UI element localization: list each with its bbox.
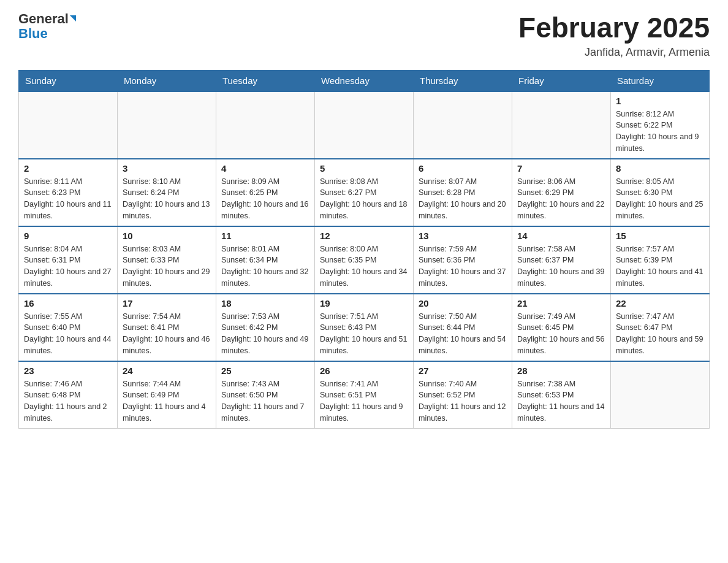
day-info: Sunrise: 7:49 AM Sunset: 6:45 PM Dayligh…: [517, 311, 605, 357]
weekday-header-tuesday: Tuesday: [216, 70, 315, 91]
day-number: 7: [517, 163, 605, 174]
day-info: Sunrise: 8:07 AM Sunset: 6:28 PM Dayligh…: [419, 176, 507, 222]
calendar-cell: [414, 91, 512, 159]
weekday-header-sunday: Sunday: [19, 70, 118, 91]
day-number: 1: [616, 96, 704, 106]
week-row-4: 16Sunrise: 7:55 AM Sunset: 6:40 PM Dayli…: [19, 294, 710, 361]
weekday-header-row: SundayMondayTuesdayWednesdayThursdayFrid…: [19, 70, 710, 91]
day-info: Sunrise: 7:58 AM Sunset: 6:37 PM Dayligh…: [517, 243, 605, 289]
calendar-cell: 17Sunrise: 7:54 AM Sunset: 6:41 PM Dayli…: [118, 294, 216, 361]
calendar-cell: 10Sunrise: 8:03 AM Sunset: 6:33 PM Dayli…: [118, 226, 216, 294]
day-number: 16: [24, 298, 112, 308]
day-info: Sunrise: 8:12 AM Sunset: 6:22 PM Dayligh…: [616, 109, 704, 155]
day-number: 4: [221, 163, 309, 174]
calendar-cell: 11Sunrise: 8:01 AM Sunset: 6:34 PM Dayli…: [216, 226, 315, 294]
day-info: Sunrise: 7:43 AM Sunset: 6:50 PM Dayligh…: [221, 378, 309, 424]
day-number: 28: [517, 366, 605, 376]
calendar-cell: 16Sunrise: 7:55 AM Sunset: 6:40 PM Dayli…: [19, 294, 118, 361]
calendar-cell: 12Sunrise: 8:00 AM Sunset: 6:35 PM Dayli…: [315, 226, 414, 294]
day-info: Sunrise: 8:01 AM Sunset: 6:34 PM Dayligh…: [221, 243, 309, 289]
day-number: 15: [616, 231, 704, 241]
day-info: Sunrise: 7:46 AM Sunset: 6:48 PM Dayligh…: [24, 378, 112, 424]
calendar-cell: 14Sunrise: 7:58 AM Sunset: 6:37 PM Dayli…: [512, 226, 611, 294]
day-number: 23: [24, 366, 112, 376]
calendar-cell: [611, 361, 710, 429]
logo-arrow-icon: [70, 15, 76, 21]
weekday-header-saturday: Saturday: [611, 70, 710, 91]
day-number: 17: [123, 298, 211, 308]
calendar-cell: 9Sunrise: 8:04 AM Sunset: 6:31 PM Daylig…: [19, 226, 118, 294]
calendar-cell: 26Sunrise: 7:41 AM Sunset: 6:51 PM Dayli…: [315, 361, 414, 429]
day-number: 6: [419, 163, 507, 174]
logo: General Blue: [18, 12, 76, 40]
week-row-5: 23Sunrise: 7:46 AM Sunset: 6:48 PM Dayli…: [19, 361, 710, 429]
calendar-cell: 15Sunrise: 7:57 AM Sunset: 6:39 PM Dayli…: [611, 226, 710, 294]
day-number: 10: [123, 231, 211, 241]
day-info: Sunrise: 8:09 AM Sunset: 6:25 PM Dayligh…: [221, 176, 309, 222]
calendar-cell: 23Sunrise: 7:46 AM Sunset: 6:48 PM Dayli…: [19, 361, 118, 429]
day-number: 5: [320, 163, 408, 174]
calendar-cell: 4Sunrise: 8:09 AM Sunset: 6:25 PM Daylig…: [216, 159, 315, 226]
calendar-cell: 8Sunrise: 8:05 AM Sunset: 6:30 PM Daylig…: [611, 159, 710, 226]
day-number: 9: [24, 231, 112, 241]
day-info: Sunrise: 7:47 AM Sunset: 6:47 PM Dayligh…: [616, 311, 704, 357]
day-info: Sunrise: 7:44 AM Sunset: 6:49 PM Dayligh…: [123, 378, 211, 424]
day-info: Sunrise: 7:53 AM Sunset: 6:42 PM Dayligh…: [221, 311, 309, 357]
title-area: February 2025 Janfida, Armavir, Armenia: [518, 12, 710, 59]
calendar-cell: 27Sunrise: 7:40 AM Sunset: 6:52 PM Dayli…: [414, 361, 512, 429]
day-info: Sunrise: 8:00 AM Sunset: 6:35 PM Dayligh…: [320, 243, 408, 289]
weekday-header-thursday: Thursday: [414, 70, 512, 91]
week-row-3: 9Sunrise: 8:04 AM Sunset: 6:31 PM Daylig…: [19, 226, 710, 294]
day-info: Sunrise: 7:50 AM Sunset: 6:44 PM Dayligh…: [419, 311, 507, 357]
day-info: Sunrise: 7:51 AM Sunset: 6:43 PM Dayligh…: [320, 311, 408, 357]
day-number: 2: [24, 163, 112, 174]
calendar-cell: 21Sunrise: 7:49 AM Sunset: 6:45 PM Dayli…: [512, 294, 611, 361]
weekday-header-friday: Friday: [512, 70, 611, 91]
calendar-cell: 25Sunrise: 7:43 AM Sunset: 6:50 PM Dayli…: [216, 361, 315, 429]
day-number: 24: [123, 366, 211, 376]
week-row-2: 2Sunrise: 8:11 AM Sunset: 6:23 PM Daylig…: [19, 159, 710, 226]
calendar-title: February 2025: [518, 12, 710, 44]
day-info: Sunrise: 7:55 AM Sunset: 6:40 PM Dayligh…: [24, 311, 112, 357]
day-info: Sunrise: 8:04 AM Sunset: 6:31 PM Dayligh…: [24, 243, 112, 289]
day-info: Sunrise: 7:57 AM Sunset: 6:39 PM Dayligh…: [616, 243, 704, 289]
calendar-cell: [216, 91, 315, 159]
day-number: 18: [221, 298, 309, 308]
calendar-table: SundayMondayTuesdayWednesdayThursdayFrid…: [18, 70, 710, 429]
calendar-cell: 1Sunrise: 8:12 AM Sunset: 6:22 PM Daylig…: [611, 91, 710, 159]
day-number: 8: [616, 163, 704, 174]
calendar-cell: 2Sunrise: 8:11 AM Sunset: 6:23 PM Daylig…: [19, 159, 118, 226]
day-number: 25: [221, 366, 309, 376]
calendar-cell: 19Sunrise: 7:51 AM Sunset: 6:43 PM Dayli…: [315, 294, 414, 361]
day-number: 13: [419, 231, 507, 241]
weekday-header-wednesday: Wednesday: [315, 70, 414, 91]
day-info: Sunrise: 8:05 AM Sunset: 6:30 PM Dayligh…: [616, 176, 704, 222]
day-number: 21: [517, 298, 605, 308]
day-number: 26: [320, 366, 408, 376]
day-info: Sunrise: 7:54 AM Sunset: 6:41 PM Dayligh…: [123, 311, 211, 357]
page-header: General Blue February 2025 Janfida, Arma…: [18, 12, 710, 59]
logo-general-text: General: [18, 11, 69, 26]
calendar-cell: [512, 91, 611, 159]
calendar-cell: 20Sunrise: 7:50 AM Sunset: 6:44 PM Dayli…: [414, 294, 512, 361]
day-info: Sunrise: 8:10 AM Sunset: 6:24 PM Dayligh…: [123, 176, 211, 222]
logo-blue-text: Blue: [18, 27, 48, 40]
calendar-subtitle: Janfida, Armavir, Armenia: [518, 46, 710, 59]
calendar-cell: 24Sunrise: 7:44 AM Sunset: 6:49 PM Dayli…: [118, 361, 216, 429]
day-info: Sunrise: 8:03 AM Sunset: 6:33 PM Dayligh…: [123, 243, 211, 289]
calendar-cell: 7Sunrise: 8:06 AM Sunset: 6:29 PM Daylig…: [512, 159, 611, 226]
calendar-cell: 28Sunrise: 7:38 AM Sunset: 6:53 PM Dayli…: [512, 361, 611, 429]
day-number: 20: [419, 298, 507, 308]
day-number: 11: [221, 231, 309, 241]
day-number: 12: [320, 231, 408, 241]
day-info: Sunrise: 8:08 AM Sunset: 6:27 PM Dayligh…: [320, 176, 408, 222]
day-info: Sunrise: 7:40 AM Sunset: 6:52 PM Dayligh…: [419, 378, 507, 424]
day-info: Sunrise: 7:41 AM Sunset: 6:51 PM Dayligh…: [320, 378, 408, 424]
calendar-cell: 18Sunrise: 7:53 AM Sunset: 6:42 PM Dayli…: [216, 294, 315, 361]
calendar-cell: 3Sunrise: 8:10 AM Sunset: 6:24 PM Daylig…: [118, 159, 216, 226]
weekday-header-monday: Monday: [118, 70, 216, 91]
day-number: 27: [419, 366, 507, 376]
day-number: 19: [320, 298, 408, 308]
day-info: Sunrise: 8:06 AM Sunset: 6:29 PM Dayligh…: [517, 176, 605, 222]
calendar-cell: 6Sunrise: 8:07 AM Sunset: 6:28 PM Daylig…: [414, 159, 512, 226]
